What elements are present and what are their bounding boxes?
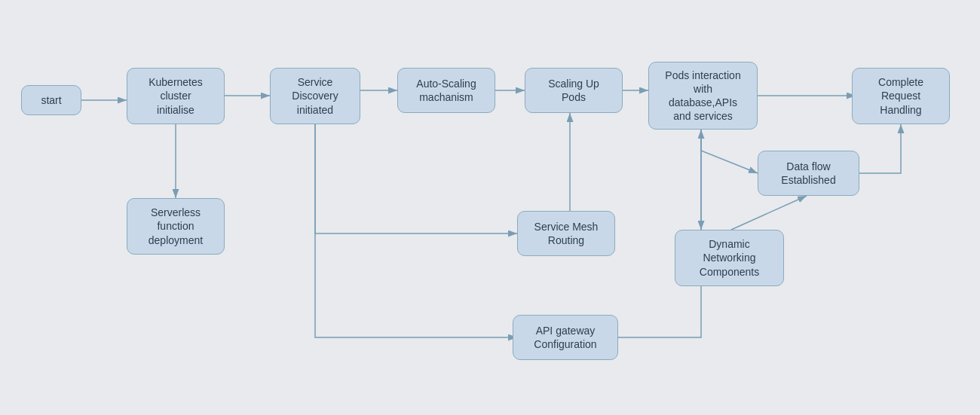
node-serverless: Serverlessfunctiondeployment	[127, 198, 225, 255]
node-dynamic-net: DynamicNetworkingComponents	[675, 230, 784, 286]
node-autoscaling: Auto-Scalingmachanism	[397, 68, 495, 113]
node-pods-interaction: Pods interactionwithdatabase,APIsand ser…	[648, 62, 758, 130]
node-start: start	[21, 85, 81, 115]
node-api-gateway: API gatewayConfiguration	[513, 315, 618, 360]
node-service-discovery: ServiceDiscoveryinitiated	[270, 68, 360, 124]
node-data-flow: Data flowEstablished	[758, 151, 859, 196]
diagram-container: start Kubernetesclusterinitialise Server…	[0, 0, 980, 415]
node-k8s: Kubernetesclusterinitialise	[127, 68, 225, 124]
node-scaling-up: Scaling UpPods	[525, 68, 623, 113]
node-complete-request: CompleteRequestHandling	[852, 68, 950, 124]
node-service-mesh: Service MeshRouting	[517, 211, 615, 256]
